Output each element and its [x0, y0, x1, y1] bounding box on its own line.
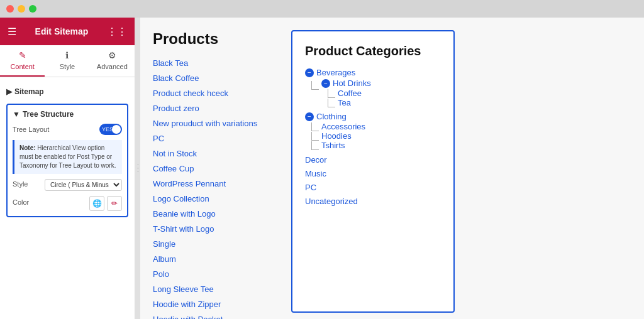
- list-item: Coffee Cup: [153, 161, 279, 176]
- product-link[interactable]: PC: [153, 134, 164, 143]
- cat-uncategorized-row: Uncategorized: [305, 195, 441, 207]
- hoodies-row: Hoodies: [311, 131, 441, 141]
- list-item: Black Tea: [153, 55, 279, 70]
- advanced-tab-icon: ⚙: [108, 50, 116, 60]
- categories-title: Product Categories: [305, 44, 441, 58]
- product-link[interactable]: WordPress Pennant: [153, 179, 226, 188]
- clothing-section: − Clothing Accessories Hoodies: [305, 111, 441, 150]
- color-label: Color: [13, 198, 29, 206]
- minimize-button[interactable]: [18, 5, 25, 13]
- hamburger-icon[interactable]: ☰: [8, 26, 16, 38]
- product-link[interactable]: Coffee Cup: [153, 164, 194, 173]
- hot-drinks-children: Coffee Tea: [321, 89, 371, 107]
- grid-icon[interactable]: ⋮⋮: [107, 26, 127, 38]
- product-link[interactable]: Black Tea: [153, 58, 188, 68]
- color-row: Color 🌐 ✏: [13, 196, 122, 211]
- list-item: New prouduct with variations: [153, 116, 279, 131]
- sidebar: ☰ Edit Sitemap ⋮⋮ ✎ Content ℹ Style ⚙ Ad…: [0, 18, 135, 319]
- sidebar-tabs: ✎ Content ℹ Style ⚙ Advanced: [0, 45, 135, 77]
- product-link[interactable]: Polo: [153, 269, 169, 279]
- product-link[interactable]: Hoodie with Zipper: [153, 300, 221, 309]
- sitemap-section[interactable]: ▶ Sitemap: [6, 84, 128, 100]
- cat-uncategorized-link[interactable]: Uncategorized: [305, 197, 358, 206]
- app-container: ☰ Edit Sitemap ⋮⋮ ✎ Content ℹ Style ⚙ Ad…: [0, 18, 644, 319]
- cat-clothing-link[interactable]: Clothing: [316, 112, 347, 121]
- collapse-beverages-icon[interactable]: −: [305, 68, 314, 77]
- tree-line-coffee: [328, 89, 335, 98]
- tree-layout-row: Tree Layout YES: [13, 124, 122, 135]
- cat-decor-row: Decor: [305, 154, 441, 165]
- cat-hot-drinks-link[interactable]: Hot Drinks: [333, 78, 371, 88]
- close-button[interactable]: [6, 5, 14, 13]
- tree-layout-toggle[interactable]: YES: [99, 124, 122, 135]
- tab-advanced[interactable]: ⚙ Advanced: [90, 45, 135, 77]
- product-link[interactable]: Long Sleeve Tee: [153, 284, 214, 294]
- product-link[interactable]: Logo Collection: [153, 194, 209, 203]
- tree-layout-label: Tree Layout: [13, 126, 49, 133]
- cat-tshirts-link[interactable]: Tshirts: [321, 141, 345, 150]
- list-item: Product check hceck: [153, 85, 279, 100]
- cat-music-link[interactable]: Music: [305, 169, 326, 178]
- list-item: Product zero: [153, 100, 279, 116]
- tree-line-hot-drinks: [311, 81, 319, 90]
- style-tab-icon: ℹ: [65, 50, 69, 60]
- color-picker-button[interactable]: 🌐: [89, 196, 104, 211]
- main-content: Products Black Tea Black Coffee Product …: [140, 18, 644, 319]
- list-item: T-Shirt with Logo: [153, 221, 279, 236]
- products-column: Products Black Tea Black Coffee Product …: [153, 30, 279, 313]
- clothing-children: Accessories Hoodies Tshirts: [305, 122, 441, 150]
- beverages-children: − Hot Drinks Coffee: [305, 78, 441, 107]
- product-link[interactable]: Black Coffee: [153, 73, 199, 83]
- products-title: Products: [153, 30, 279, 48]
- cat-decor-link[interactable]: Decor: [305, 155, 327, 165]
- product-link[interactable]: Beanie with Logo: [153, 209, 216, 219]
- product-link[interactable]: Hoodie with Pocket: [153, 315, 223, 319]
- list-item: Album: [153, 251, 279, 266]
- maximize-button[interactable]: [29, 5, 36, 13]
- cat-beverages-link[interactable]: Beverages: [316, 68, 355, 77]
- tree-line-tshirts: [311, 141, 319, 150]
- note-box: Note: Hierarchical View option must be e…: [13, 140, 122, 174]
- cat-music-row: Music: [305, 168, 441, 179]
- sidebar-header: ☰ Edit Sitemap ⋮⋮: [0, 18, 135, 45]
- cat-hoodies-link[interactable]: Hoodies: [321, 131, 352, 141]
- tea-row: Tea: [328, 98, 371, 107]
- list-item: Hoodie with Pocket: [153, 311, 279, 319]
- content-tab-label: Content: [10, 63, 35, 70]
- tree-structure-panel: ▼ Tree Structure Tree Layout YES Note: H…: [6, 104, 128, 217]
- product-link[interactable]: Single: [153, 239, 175, 249]
- cat-beverages: − Beverages: [305, 67, 441, 78]
- resize-handle[interactable]: · · ·: [135, 18, 140, 319]
- product-link[interactable]: New prouduct with variations: [153, 119, 257, 128]
- coffee-row: Coffee: [328, 89, 371, 98]
- tab-content[interactable]: ✎ Content: [0, 45, 45, 77]
- style-tab-label: Style: [60, 63, 75, 70]
- tree-structure-title: ▼ Tree Structure: [13, 110, 122, 119]
- product-link[interactable]: Product zero: [153, 104, 199, 113]
- product-link[interactable]: Not in Stock: [153, 149, 197, 158]
- style-label: Style: [13, 180, 28, 188]
- tshirts-row: Tshirts: [311, 141, 441, 150]
- list-item: Hoodie with Zipper: [153, 296, 279, 311]
- cat-pc-row: PC: [305, 181, 441, 193]
- accessories-row: Accessories: [311, 122, 441, 131]
- collapse-clothing-icon[interactable]: −: [305, 112, 314, 121]
- collapse-hot-drinks-icon[interactable]: −: [321, 79, 330, 88]
- tab-style[interactable]: ℹ Style: [45, 45, 89, 77]
- style-row: Style Circle ( Plus & Minus: [13, 179, 122, 191]
- cat-coffee-link[interactable]: Coffee: [338, 89, 362, 98]
- cat-clothing: − Clothing: [305, 111, 441, 122]
- list-item: Single: [153, 236, 279, 251]
- list-item: WordPress Pennant: [153, 176, 279, 191]
- color-edit-button[interactable]: ✏: [107, 196, 122, 211]
- tree-line-tea: [328, 99, 335, 107]
- sidebar-title: Edit Sitemap: [16, 26, 107, 36]
- cat-pc-link[interactable]: PC: [305, 183, 316, 192]
- list-item: Logo Collection: [153, 191, 279, 206]
- style-select[interactable]: Circle ( Plus & Minus: [45, 179, 122, 191]
- cat-tea-link[interactable]: Tea: [338, 98, 351, 107]
- product-link[interactable]: T-Shirt with Logo: [153, 224, 214, 234]
- product-link[interactable]: Product check hceck: [153, 89, 228, 98]
- cat-accessories-link[interactable]: Accessories: [321, 122, 365, 131]
- product-link[interactable]: Album: [153, 254, 176, 264]
